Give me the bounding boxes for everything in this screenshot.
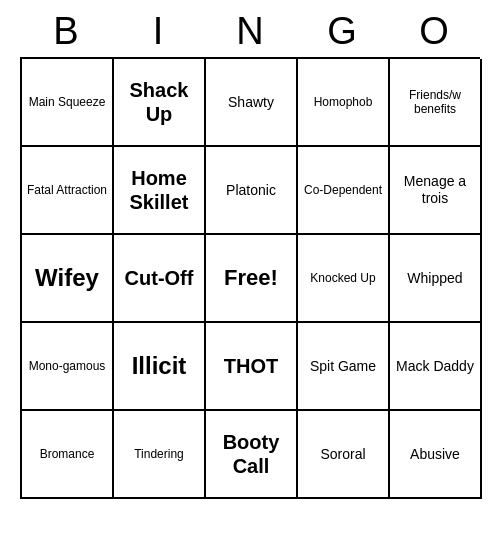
bingo-cell-3: Homophob bbox=[298, 59, 390, 147]
bingo-cell-11: Cut-Off bbox=[114, 235, 206, 323]
bingo-cell-18: Spit Game bbox=[298, 323, 390, 411]
letter-g: G bbox=[298, 10, 386, 53]
bingo-cell-15: Mono-gamous bbox=[22, 323, 114, 411]
bingo-cell-14: Whipped bbox=[390, 235, 482, 323]
letter-o: O bbox=[390, 10, 478, 53]
bingo-cell-9: Menage a trois bbox=[390, 147, 482, 235]
bingo-cell-21: Tindering bbox=[114, 411, 206, 499]
letter-i: I bbox=[114, 10, 202, 53]
bingo-cell-22: Booty Call bbox=[206, 411, 298, 499]
bingo-cell-12: Free! bbox=[206, 235, 298, 323]
bingo-cell-23: Sororal bbox=[298, 411, 390, 499]
bingo-cell-17: THOT bbox=[206, 323, 298, 411]
bingo-cell-6: Home Skillet bbox=[114, 147, 206, 235]
bingo-cell-1: Shack Up bbox=[114, 59, 206, 147]
letter-n: N bbox=[206, 10, 294, 53]
bingo-cell-7: Platonic bbox=[206, 147, 298, 235]
bingo-cell-8: Co-Dependent bbox=[298, 147, 390, 235]
bingo-cell-2: Shawty bbox=[206, 59, 298, 147]
bingo-cell-20: Bromance bbox=[22, 411, 114, 499]
bingo-cell-0: Main Squeeze bbox=[22, 59, 114, 147]
bingo-header: B I N G O bbox=[20, 10, 480, 53]
bingo-cell-10: Wifey bbox=[22, 235, 114, 323]
bingo-cell-5: Fatal Attraction bbox=[22, 147, 114, 235]
bingo-cell-19: Mack Daddy bbox=[390, 323, 482, 411]
bingo-grid: Main SqueezeShack UpShawtyHomophobFriend… bbox=[20, 57, 480, 499]
bingo-cell-13: Knocked Up bbox=[298, 235, 390, 323]
bingo-cell-4: Friends/w benefits bbox=[390, 59, 482, 147]
letter-b: B bbox=[22, 10, 110, 53]
bingo-cell-16: Illicit bbox=[114, 323, 206, 411]
bingo-cell-24: Abusive bbox=[390, 411, 482, 499]
